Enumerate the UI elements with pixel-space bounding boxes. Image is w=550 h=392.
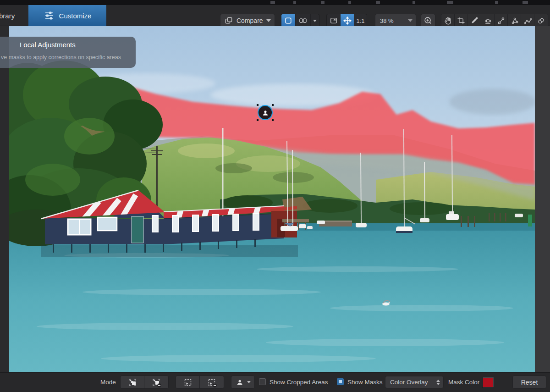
show-masks-label: Show Masks [347, 379, 383, 386]
brush-add-button[interactable] [121, 376, 144, 388]
split-view-button[interactable] [296, 14, 311, 27]
overlay-mode-value: Color Overlay [385, 379, 435, 386]
split-view-icon [298, 16, 308, 25]
main-toolbar: brary Customize Compare [0, 5, 550, 26]
actual-size-button[interactable]: 1:1 [354, 14, 367, 27]
bottom-toolbar: Mode [0, 372, 550, 392]
zoom-in-button[interactable] [421, 14, 435, 28]
selection-add-icon [182, 377, 193, 388]
chevron-down-icon [247, 381, 251, 383]
photo-canvas[interactable] [9, 26, 535, 372]
mask-color-swatch[interactable] [482, 377, 494, 388]
hand-icon [443, 16, 453, 26]
mask-overlay-mode-select[interactable]: Color Overlay [385, 376, 444, 388]
ratio-label: 1:1 [356, 17, 364, 24]
person-mask-button[interactable] [231, 375, 255, 389]
brush-subtract-button[interactable] [144, 376, 168, 388]
sample-link-tool-button[interactable] [495, 14, 508, 27]
single-view-button[interactable] [281, 14, 296, 27]
antenna-mast [222, 128, 224, 217]
compare-button[interactable]: Compare [220, 14, 275, 28]
mask-color-label: Mask Color [448, 379, 479, 386]
crop-tool-button[interactable] [455, 14, 468, 27]
canvas-area: Local Adjustments ve masks to apply corr… [0, 26, 550, 372]
cursor-tick [257, 119, 258, 121]
brush-add-icon [127, 377, 138, 388]
person-icon [236, 378, 245, 387]
pan-tool-button[interactable] [341, 14, 354, 27]
selection-add-button[interactable] [176, 376, 200, 388]
zoom-mode-group: 1:1 [326, 14, 367, 28]
hand-tool-button[interactable] [441, 14, 455, 27]
tools-group [441, 14, 548, 28]
view-mode-group [281, 14, 319, 28]
clone-stamp-icon [483, 16, 493, 26]
brush-subtract-icon [151, 377, 162, 388]
fit-screen-button[interactable] [327, 14, 341, 27]
tab-library[interactable]: brary [0, 5, 15, 26]
tooltip-title: Local Adjustments [20, 41, 76, 49]
show-cropped-checkbox[interactable] [259, 378, 266, 385]
zoom-in-icon [423, 16, 433, 26]
compare-label: Compare [236, 17, 263, 24]
curve-mask-tool-button[interactable] [521, 14, 534, 27]
cursor-tick [257, 104, 258, 106]
chevron-down-icon [408, 19, 412, 22]
show-masks-checkbox[interactable] [337, 378, 344, 385]
eyedropper-tool-button[interactable] [468, 14, 481, 27]
zoom-level-select[interactable]: 38 % [375, 14, 416, 28]
window-titlebar-cropped [0, 0, 550, 5]
stepper-icon [435, 380, 441, 385]
selection-subtract-icon [206, 377, 217, 388]
show-cropped-label: Show Cropped Areas [270, 379, 328, 386]
local-adjustments-tooltip: Local Adjustments ve masks to apply corr… [0, 37, 136, 68]
tooltip-subtitle: ve masks to apply corrections on specifi… [1, 54, 121, 61]
right-gutter [535, 26, 550, 372]
brush-mode-group [120, 375, 169, 389]
single-view-icon [284, 16, 293, 25]
eraser-icon [536, 16, 546, 26]
selection-mode-group [176, 375, 224, 389]
eraser-tool-button[interactable] [534, 14, 548, 27]
sliders-icon [44, 10, 55, 21]
customize-tab-label: Customize [59, 12, 92, 20]
clone-stamp-tool-button[interactable] [481, 14, 495, 27]
cursor-tick [272, 104, 274, 106]
curve-mask-icon [523, 16, 533, 26]
reset-label: Reset [521, 379, 538, 386]
compare-icon [224, 16, 233, 25]
person-icon [261, 109, 270, 117]
crop-icon [456, 16, 466, 25]
polygon-mask-icon [510, 16, 519, 26]
chevron-down-icon [313, 20, 317, 22]
person-picker-cursor [258, 105, 273, 120]
polygon-mask-tool-button[interactable] [508, 14, 521, 27]
tab-customize[interactable]: Customize [28, 5, 106, 26]
eyedropper-icon [470, 16, 479, 25]
dock [282, 219, 309, 222]
fit-screen-icon [329, 16, 338, 25]
mode-label: Mode [100, 379, 116, 386]
split-view-dropdown[interactable] [311, 14, 319, 27]
sample-link-icon [496, 16, 506, 26]
cursor-tick [272, 119, 274, 121]
channel-marker [528, 215, 532, 226]
selection-subtract-button[interactable] [200, 376, 224, 388]
chevron-down-icon [266, 19, 271, 22]
zoom-value: 38 % [380, 17, 394, 24]
library-tab-label: brary [0, 12, 15, 20]
reset-button[interactable]: Reset [512, 375, 546, 389]
move-arrows-icon [343, 16, 352, 25]
